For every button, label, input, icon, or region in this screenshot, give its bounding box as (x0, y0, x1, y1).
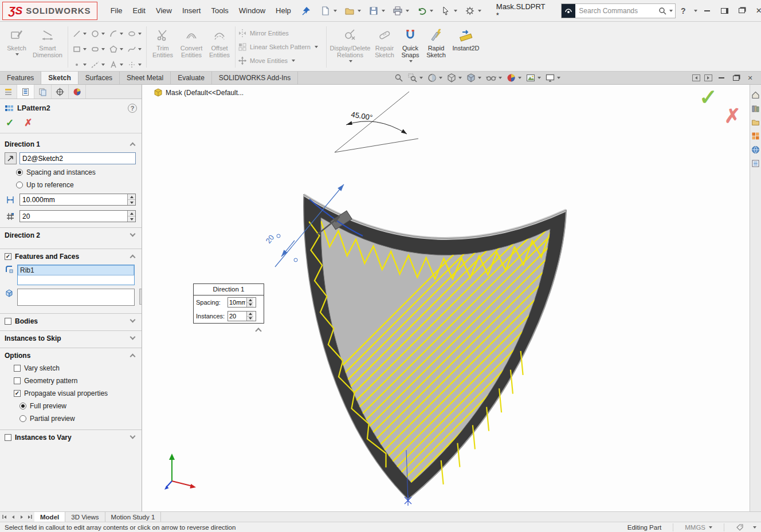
last-tab-button[interactable] (26, 512, 34, 522)
dropdown-chevron-icon[interactable] (101, 48, 105, 50)
menu-help[interactable]: Help (270, 0, 296, 21)
dropdown-chevron-icon[interactable] (439, 77, 442, 79)
zoom-fit-button[interactable] (394, 73, 403, 82)
maximize-button[interactable] (734, 4, 749, 18)
callout-spacing-input[interactable] (228, 298, 246, 307)
section-view-button[interactable] (427, 73, 442, 82)
undo-button[interactable] (415, 5, 434, 17)
dropdown-chevron-icon[interactable] (83, 64, 87, 66)
search-commands-box[interactable] (561, 3, 676, 18)
dropdown-chevron-icon[interactable] (499, 77, 502, 79)
convert-entities-button[interactable]: Convert Entities (176, 23, 206, 71)
dropdown-chevron-icon[interactable] (334, 10, 337, 12)
spin-up-button[interactable] (128, 211, 135, 216)
dropdown-chevron-icon[interactable] (138, 48, 142, 50)
dropdown-chevron-icon[interactable] (15, 53, 19, 56)
tab-configuration-manager[interactable] (34, 85, 52, 98)
centerline-tool-button[interactable] (89, 57, 107, 72)
previous-tab-button[interactable] (9, 512, 17, 522)
dropdown-chevron-icon[interactable] (458, 77, 462, 79)
search-icon[interactable] (658, 6, 667, 15)
dropdown-chevron-icon[interactable] (409, 60, 413, 62)
menu-tools[interactable]: Tools (206, 0, 233, 21)
viewport-feature-tree-root[interactable]: Mask (Default<<Default... (154, 88, 244, 97)
rapid-sketch-button[interactable]: Rapid Sketch (423, 23, 449, 71)
construction-tool-button[interactable] (125, 57, 144, 72)
spin-up-button[interactable] (247, 298, 253, 303)
tab-feature-manager[interactable] (0, 85, 17, 98)
full-preview-radio[interactable]: Full preview (0, 400, 142, 412)
tab-model[interactable]: Model (34, 512, 65, 522)
expand-chevron-icon[interactable] (130, 334, 136, 340)
tab-display-manager[interactable] (69, 85, 86, 98)
spin-down-button[interactable] (128, 216, 135, 222)
rectangle-tool-button[interactable] (70, 41, 89, 57)
view-palette-icon[interactable] (751, 132, 760, 140)
menu-view[interactable]: View (151, 0, 177, 21)
move-entities-button[interactable]: Move Entities (238, 56, 324, 65)
dropdown-chevron-icon[interactable] (419, 77, 423, 79)
spacing-instances-radio[interactable]: Spacing and instances (0, 166, 142, 179)
display-style-button[interactable] (466, 73, 481, 82)
angle-dimension-annotation[interactable]: 45.00° (335, 92, 418, 152)
instant2d-button[interactable]: Instant2D (449, 23, 483, 71)
dropdown-chevron-icon[interactable] (292, 60, 295, 62)
menu-edit[interactable]: Edit (128, 0, 151, 21)
dropdown-chevron-icon[interactable] (120, 48, 123, 50)
apply-scene-button[interactable] (526, 73, 541, 82)
units-selector[interactable]: MMGS (685, 524, 712, 531)
tab-property-manager[interactable] (17, 85, 34, 98)
section-options[interactable]: Options (0, 348, 142, 362)
dropdown-chevron-icon[interactable] (358, 10, 361, 12)
help-button[interactable]: ? (128, 104, 137, 113)
dropdown-chevron-icon[interactable] (538, 77, 541, 79)
dropdown-chevron-icon[interactable] (382, 10, 385, 12)
toggle-panes-button[interactable] (717, 4, 732, 18)
selected-feature-item[interactable]: Rib1 (18, 265, 134, 275)
collapse-chevron-icon[interactable] (130, 354, 136, 360)
arc-tool-button[interactable] (107, 26, 125, 41)
dropdown-chevron-icon[interactable] (315, 46, 318, 48)
circle-tool-button[interactable] (89, 26, 107, 41)
smart-dimension-button[interactable]: Smart Dimension (30, 23, 65, 71)
vary-sketch-checkbox[interactable] (14, 365, 21, 372)
section-direction1[interactable]: Direction 1 (0, 137, 142, 151)
dropdown-chevron-icon[interactable] (430, 10, 433, 12)
help-chevron-icon[interactable] (694, 10, 697, 12)
dropdown-chevron-icon[interactable] (120, 64, 123, 66)
expand-chevron-icon[interactable] (130, 317, 136, 323)
tab-sketch[interactable]: Sketch (41, 72, 78, 84)
spin-down-button[interactable] (247, 317, 253, 321)
custom-properties-icon[interactable] (751, 159, 760, 168)
up-to-reference-radio[interactable]: Up to reference (0, 179, 142, 191)
dropdown-chevron-icon[interactable] (478, 77, 481, 79)
collapse-chevron-icon[interactable] (130, 143, 136, 148)
spline-tool-button[interactable] (125, 41, 144, 57)
bodies-checkbox[interactable] (5, 318, 11, 325)
faces-to-pattern-list[interactable] (17, 289, 135, 306)
confirm-ok-overlay-button[interactable]: ✓ (699, 85, 717, 110)
instances-to-vary-checkbox[interactable] (5, 434, 11, 441)
section-instances-to-skip[interactable]: Instances to Skip (0, 330, 142, 345)
geometry-pattern-checkbox[interactable] (14, 377, 21, 384)
doc-close-button[interactable]: ✕ (745, 73, 755, 82)
line-tool-button[interactable] (70, 26, 89, 41)
trim-entities-button[interactable]: Trim Entities (149, 23, 176, 71)
dropdown-chevron-icon[interactable] (349, 60, 352, 62)
reverse-direction-button[interactable] (5, 152, 17, 164)
dropdown-chevron-icon[interactable] (557, 77, 560, 79)
search-commands-input[interactable] (575, 7, 658, 15)
dropdown-chevron-icon[interactable] (83, 33, 87, 35)
tab-features[interactable]: Features (0, 72, 41, 84)
print-button[interactable] (391, 5, 410, 17)
partial-preview-radio[interactable]: Partial preview (0, 412, 142, 425)
callout-instances-input[interactable] (228, 312, 246, 321)
tab-3d-views[interactable]: 3D Views (65, 512, 105, 522)
select-button[interactable] (440, 5, 458, 17)
search-scope-chevron-icon[interactable] (669, 10, 673, 12)
next-tab-button[interactable] (17, 512, 26, 522)
menu-file[interactable]: File (105, 0, 128, 21)
dropdown-chevron-icon[interactable] (120, 33, 123, 35)
dropdown-chevron-icon[interactable] (518, 77, 521, 79)
options-button[interactable] (464, 5, 483, 17)
